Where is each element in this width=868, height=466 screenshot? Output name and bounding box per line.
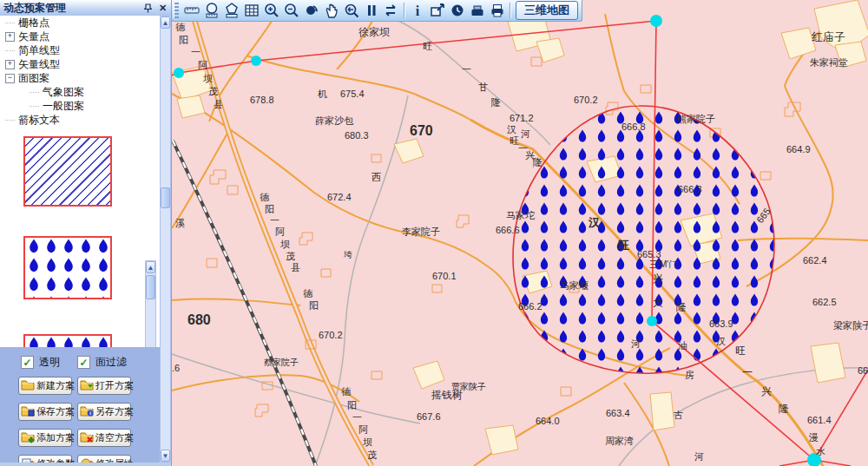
map-label: 贾家陕子 bbox=[451, 382, 486, 391]
map-label: 666.6 bbox=[496, 225, 520, 235]
vertex-handle[interactable] bbox=[647, 316, 657, 326]
tree-item-一般图案[interactable]: 一般图案 bbox=[0, 99, 160, 113]
map-label: 662.4 bbox=[803, 255, 827, 266]
close-icon[interactable]: ✕ bbox=[156, 2, 169, 14]
tree-item-箭标文本[interactable]: 箭标文本 bbox=[0, 113, 160, 127]
scroll-up-icon[interactable]: ▲ bbox=[161, 16, 170, 29]
map-label: 德 bbox=[175, 22, 186, 32]
map-viewport[interactable]: 徐家坝红庙子朱家祠堂678.8机675.4薛家沙包680.3670680672.… bbox=[171, 0, 868, 466]
tree-item-简单线型[interactable]: 简单线型 bbox=[0, 43, 160, 57]
preview-hatch-pattern[interactable] bbox=[23, 136, 112, 207]
map-label: 隆 bbox=[779, 403, 789, 415]
checkbox-label: 面过滤 bbox=[95, 355, 127, 370]
vertex-handle[interactable] bbox=[251, 56, 261, 66]
toolbar-grip-handle[interactable] bbox=[174, 3, 179, 18]
vertex-handle[interactable] bbox=[174, 68, 184, 78]
map-label: 河 bbox=[631, 338, 641, 349]
map-label: 66 bbox=[858, 365, 868, 376]
map-label: 德 bbox=[260, 192, 270, 202]
clear-plan-button[interactable]: 清空方案 bbox=[77, 429, 131, 447]
expand-icon[interactable]: + bbox=[5, 32, 15, 42]
pan-hand-icon[interactable] bbox=[321, 2, 341, 19]
map-label: 熊家院子 bbox=[677, 114, 715, 124]
map-label: 阿 bbox=[198, 60, 207, 70]
map-label: 阳 bbox=[179, 35, 188, 45]
saveas-plan-button[interactable]: i另存方案 bbox=[77, 403, 131, 421]
map-label: 阳 bbox=[265, 204, 274, 214]
panel-title: 动态预案管理 bbox=[0, 1, 141, 16]
pin-icon[interactable] bbox=[141, 2, 155, 14]
panel-scrollbar[interactable]: ▲ ▼ bbox=[160, 16, 171, 463]
add-plan-icon bbox=[21, 430, 35, 445]
map-label: 670.1 bbox=[432, 271, 457, 281]
open-plan-button[interactable]: 打开方案 bbox=[77, 377, 131, 395]
map-label: 旺 bbox=[735, 345, 746, 357]
tree-item-矢量线型[interactable]: +矢量线型 bbox=[0, 57, 160, 71]
collapse-icon[interactable]: − bbox=[5, 74, 15, 83]
info-icon[interactable]: i bbox=[407, 2, 427, 19]
expand-icon[interactable]: + bbox=[5, 60, 15, 69]
swap-arrows-icon[interactable] bbox=[381, 2, 401, 19]
tree-item-label: 面图案 bbox=[18, 71, 49, 86]
tree-item-面图案[interactable]: −面图案 bbox=[0, 71, 160, 85]
button-label: 另存方案 bbox=[95, 405, 134, 418]
pause-icon[interactable] bbox=[361, 2, 381, 19]
map-label: 666.2 bbox=[518, 301, 542, 312]
globe-back-icon[interactable] bbox=[301, 2, 321, 19]
preview-raindrop-pattern-partial[interactable] bbox=[23, 334, 112, 347]
button-label: 打开方案 bbox=[95, 379, 134, 392]
toolbar-separator bbox=[510, 3, 510, 18]
map-label: 县 bbox=[291, 262, 300, 272]
circle-measure-icon[interactable] bbox=[201, 2, 221, 19]
tree-item-气象图案[interactable]: 气象图案 bbox=[0, 85, 160, 99]
tree-item-label: 栅格点 bbox=[18, 16, 49, 30]
map-label: 德 bbox=[341, 386, 352, 397]
scroll-up-icon[interactable]: ▲ bbox=[146, 261, 155, 273]
ruler-measure-icon[interactable] bbox=[181, 2, 201, 19]
print-icon[interactable] bbox=[487, 2, 507, 19]
map-label: 茂 bbox=[208, 86, 218, 96]
add-plan-button[interactable]: 添加方案 bbox=[18, 429, 72, 447]
tree-item-label: 箭标文本 bbox=[18, 113, 60, 128]
zoom-in-icon[interactable] bbox=[261, 2, 281, 19]
plan-manager-panel: 动态预案管理 ✕ 栅格点+矢量点简单线型+矢量线型−面图案气象图案一般图案箭标文… bbox=[0, 0, 172, 466]
checkbox-面过滤[interactable]: ✓ bbox=[77, 356, 90, 369]
plan-control-panel: ✓透明✓面过滤 新建方案打开方案保存方案i另存方案添加方案清空方案修改参数修改属… bbox=[0, 347, 160, 463]
tree-guide-line bbox=[30, 92, 39, 93]
vertex-handle[interactable] bbox=[650, 15, 662, 27]
map-label: 茂 bbox=[286, 251, 295, 261]
map-label: 662.5 bbox=[812, 297, 837, 307]
clear-plan-icon bbox=[80, 430, 94, 445]
map-label: 房 bbox=[685, 370, 694, 380]
disk-icon[interactable] bbox=[467, 2, 487, 19]
polygon-measure-icon[interactable] bbox=[221, 2, 241, 19]
preview-raindrop-pattern[interactable] bbox=[23, 236, 112, 299]
map-label: 隆 bbox=[491, 97, 501, 108]
map-label: 徐家坝 bbox=[358, 26, 390, 38]
new-plan-button[interactable]: 新建方案 bbox=[18, 377, 72, 395]
checkbox-label: 透明 bbox=[39, 355, 60, 370]
new-plan-icon bbox=[21, 378, 35, 393]
checkbox-透明[interactable]: ✓ bbox=[21, 356, 34, 369]
map-label: 663.4 bbox=[606, 408, 630, 418]
save-plan-button[interactable]: 保存方案 bbox=[18, 403, 72, 421]
zoom-previous-icon[interactable] bbox=[341, 2, 361, 19]
map-canvas[interactable]: 徐家坝红庙子朱家祠堂678.8机675.4薛家沙包680.3670680672.… bbox=[171, 0, 868, 466]
map-3d-button[interactable]: 三维地图 bbox=[516, 1, 578, 20]
scroll-thumb[interactable] bbox=[146, 275, 155, 299]
preview-scrollbar[interactable]: ▲ ▼ bbox=[145, 260, 156, 347]
grid-icon[interactable] bbox=[241, 2, 261, 19]
scroll-thumb[interactable] bbox=[161, 187, 170, 208]
map-label: 薛家沙包 bbox=[315, 115, 354, 126]
scroll-down-icon[interactable]: ▼ bbox=[161, 450, 170, 462]
tree-guide-line bbox=[5, 120, 15, 121]
tree-item-矢量点[interactable]: +矢量点 bbox=[0, 30, 160, 43]
map-label: 朱家祠堂 bbox=[810, 57, 848, 68]
map-label: 马家堰 bbox=[560, 280, 589, 291]
export-icon[interactable] bbox=[427, 2, 447, 19]
tree-item-栅格点[interactable]: 栅格点 bbox=[0, 16, 160, 30]
map-label: 坝 bbox=[203, 73, 213, 83]
map-label: 675.4 bbox=[340, 89, 365, 99]
zoom-out-icon[interactable] bbox=[281, 2, 301, 19]
history-clock-icon[interactable] bbox=[447, 2, 467, 19]
